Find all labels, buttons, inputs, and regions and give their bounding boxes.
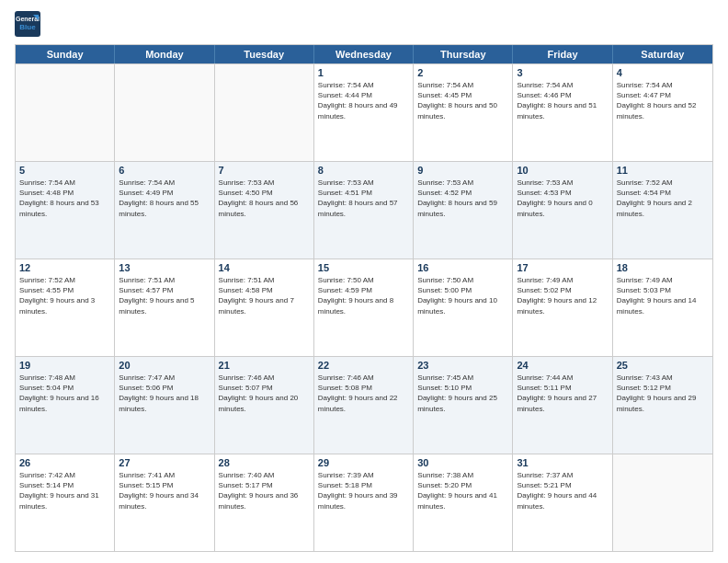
sunset-text: Sunset: 5:15 PM	[119, 480, 210, 490]
daylight-text: Daylight: 9 hours and 7 minutes.	[219, 295, 310, 316]
daylight-text: Daylight: 8 hours and 56 minutes.	[219, 198, 310, 218]
calendar-row-4: 26Sunrise: 7:42 AMSunset: 5:14 PMDayligh…	[16, 454, 712, 551]
calendar-cell: 28Sunrise: 7:40 AMSunset: 5:17 PMDayligh…	[215, 454, 314, 551]
calendar-cell	[16, 64, 115, 161]
sunset-text: Sunset: 5:21 PM	[517, 480, 608, 490]
day-number: 27	[119, 457, 210, 468]
header: General Blue	[15, 11, 713, 37]
calendar-cell: 7Sunrise: 7:53 AMSunset: 4:50 PMDaylight…	[215, 162, 314, 259]
day-number: 13	[119, 262, 210, 273]
sunrise-text: Sunrise: 7:46 AM	[219, 373, 310, 383]
sunrise-text: Sunrise: 7:44 AM	[517, 373, 608, 383]
day-number: 16	[417, 262, 508, 273]
sunset-text: Sunset: 4:54 PM	[617, 188, 709, 198]
calendar-cell: 29Sunrise: 7:39 AMSunset: 5:18 PMDayligh…	[314, 454, 414, 551]
daylight-text: Daylight: 8 hours and 57 minutes.	[318, 198, 409, 218]
day-number: 12	[19, 262, 110, 273]
weekday-header-friday: Friday	[513, 45, 612, 63]
sunset-text: Sunset: 4:50 PM	[219, 188, 310, 198]
daylight-text: Daylight: 9 hours and 31 minutes.	[19, 490, 110, 511]
calendar-cell: 11Sunrise: 7:52 AMSunset: 4:54 PMDayligh…	[613, 162, 712, 259]
sunset-text: Sunset: 4:51 PM	[318, 188, 409, 198]
calendar-cell	[215, 64, 314, 161]
calendar-cell: 2Sunrise: 7:54 AMSunset: 4:45 PMDaylight…	[414, 64, 513, 161]
daylight-text: Daylight: 9 hours and 18 minutes.	[119, 393, 210, 413]
day-number: 1	[318, 67, 409, 78]
sunrise-text: Sunrise: 7:50 AM	[417, 275, 508, 285]
calendar-header: SundayMondayTuesdayWednesdayThursdayFrid…	[16, 45, 712, 63]
calendar-cell: 19Sunrise: 7:48 AMSunset: 5:04 PMDayligh…	[16, 357, 115, 454]
calendar-cell: 24Sunrise: 7:44 AMSunset: 5:11 PMDayligh…	[513, 357, 612, 454]
daylight-text: Daylight: 9 hours and 22 minutes.	[318, 393, 409, 413]
calendar-cell: 12Sunrise: 7:52 AMSunset: 4:55 PMDayligh…	[16, 259, 115, 356]
calendar-cell	[613, 454, 712, 551]
daylight-text: Daylight: 9 hours and 41 minutes.	[417, 490, 508, 511]
calendar-cell: 27Sunrise: 7:41 AMSunset: 5:15 PMDayligh…	[115, 454, 214, 551]
day-number: 4	[617, 67, 709, 78]
sunrise-text: Sunrise: 7:39 AM	[318, 470, 409, 480]
day-number: 21	[219, 360, 310, 371]
day-number: 28	[219, 457, 310, 468]
day-number: 15	[318, 262, 409, 273]
daylight-text: Daylight: 9 hours and 16 minutes.	[19, 393, 110, 413]
weekday-header-sunday: Sunday	[16, 45, 115, 63]
calendar-cell: 30Sunrise: 7:38 AMSunset: 5:20 PMDayligh…	[414, 454, 513, 551]
day-number: 19	[19, 360, 110, 371]
day-number: 20	[119, 360, 210, 371]
day-number: 26	[19, 457, 110, 468]
calendar-cell	[115, 64, 214, 161]
day-number: 22	[318, 360, 409, 371]
day-number: 17	[517, 262, 608, 273]
daylight-text: Daylight: 9 hours and 2 minutes.	[617, 198, 709, 218]
sunrise-text: Sunrise: 7:54 AM	[119, 178, 210, 188]
sunset-text: Sunset: 5:17 PM	[219, 480, 310, 490]
sunset-text: Sunset: 5:18 PM	[318, 480, 409, 490]
sunset-text: Sunset: 5:20 PM	[417, 480, 508, 490]
sunrise-text: Sunrise: 7:48 AM	[19, 373, 110, 383]
sunset-text: Sunset: 5:03 PM	[617, 285, 709, 295]
day-number: 5	[19, 165, 110, 176]
daylight-text: Daylight: 9 hours and 10 minutes.	[417, 295, 508, 316]
calendar-row-2: 12Sunrise: 7:52 AMSunset: 4:55 PMDayligh…	[16, 259, 712, 356]
sunset-text: Sunset: 4:44 PM	[318, 90, 409, 100]
daylight-text: Daylight: 9 hours and 8 minutes.	[318, 295, 409, 316]
sunset-text: Sunset: 5:11 PM	[517, 383, 608, 393]
sunrise-text: Sunrise: 7:51 AM	[119, 275, 210, 285]
sunrise-text: Sunrise: 7:54 AM	[617, 80, 709, 90]
sunrise-text: Sunrise: 7:47 AM	[119, 373, 210, 383]
logo: General Blue	[15, 11, 44, 37]
sunset-text: Sunset: 4:45 PM	[417, 90, 508, 100]
weekday-header-wednesday: Wednesday	[314, 45, 414, 63]
sunset-text: Sunset: 5:12 PM	[617, 383, 709, 393]
daylight-text: Daylight: 9 hours and 36 minutes.	[219, 490, 310, 511]
sunset-text: Sunset: 5:10 PM	[417, 383, 508, 393]
sunset-text: Sunset: 4:55 PM	[19, 285, 110, 295]
calendar-cell: 6Sunrise: 7:54 AMSunset: 4:49 PMDaylight…	[115, 162, 214, 259]
day-number: 31	[517, 457, 608, 468]
day-number: 14	[219, 262, 310, 273]
daylight-text: Daylight: 9 hours and 44 minutes.	[517, 490, 608, 511]
sunrise-text: Sunrise: 7:42 AM	[19, 470, 110, 480]
daylight-text: Daylight: 8 hours and 59 minutes.	[417, 198, 508, 218]
daylight-text: Daylight: 8 hours and 52 minutes.	[617, 100, 709, 121]
sunset-text: Sunset: 5:07 PM	[219, 383, 310, 393]
day-number: 29	[318, 457, 409, 468]
calendar-cell: 8Sunrise: 7:53 AMSunset: 4:51 PMDaylight…	[314, 162, 414, 259]
sunset-text: Sunset: 4:46 PM	[517, 90, 608, 100]
sunrise-text: Sunrise: 7:54 AM	[19, 178, 110, 188]
sunrise-text: Sunrise: 7:53 AM	[417, 178, 508, 188]
sunset-text: Sunset: 4:47 PM	[617, 90, 709, 100]
calendar-cell: 15Sunrise: 7:50 AMSunset: 4:59 PMDayligh…	[314, 259, 414, 356]
weekday-header-thursday: Thursday	[414, 45, 513, 63]
sunrise-text: Sunrise: 7:43 AM	[617, 373, 709, 383]
daylight-text: Daylight: 8 hours and 55 minutes.	[119, 198, 210, 218]
daylight-text: Daylight: 9 hours and 27 minutes.	[517, 393, 608, 413]
sunset-text: Sunset: 4:52 PM	[417, 188, 508, 198]
weekday-header-tuesday: Tuesday	[215, 45, 314, 63]
daylight-text: Daylight: 9 hours and 25 minutes.	[417, 393, 508, 413]
daylight-text: Daylight: 9 hours and 5 minutes.	[119, 295, 210, 316]
day-number: 11	[617, 165, 709, 176]
weekday-header-saturday: Saturday	[613, 45, 712, 63]
calendar-cell: 26Sunrise: 7:42 AMSunset: 5:14 PMDayligh…	[16, 454, 115, 551]
day-number: 7	[219, 165, 310, 176]
